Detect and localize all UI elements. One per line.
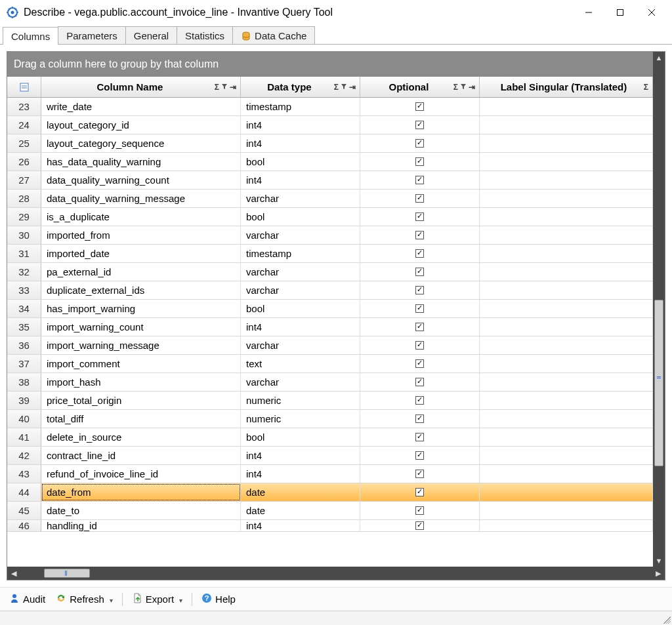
horizontal-scrollbar[interactable]: ◀ ▶ [7, 567, 665, 580]
cell-column-name[interactable]: pa_external_id [41, 263, 241, 281]
cell-data-type[interactable]: int4 [241, 116, 360, 134]
cell-data-type[interactable]: int4 [241, 171, 360, 189]
cell-data-type[interactable]: int4 [241, 520, 360, 531]
checkbox-checked-icon[interactable] [415, 341, 424, 350]
cell-data-type[interactable]: int4 [241, 318, 360, 336]
tab-statistics[interactable]: Statistics [177, 26, 233, 44]
cell-label-singular[interactable] [480, 190, 653, 207]
scroll-left-arrow[interactable]: ◀ [7, 567, 20, 580]
filter-icon[interactable] [341, 83, 347, 92]
checkbox-checked-icon[interactable] [415, 304, 424, 313]
cell-data-type[interactable]: bool [241, 208, 360, 226]
cell-label-singular[interactable] [480, 226, 653, 244]
cell-optional[interactable] [360, 428, 480, 446]
cell-optional[interactable] [360, 410, 480, 428]
export-button[interactable]: Export [128, 591, 186, 607]
maximize-button[interactable] [605, 3, 635, 22]
cell-label-singular[interactable] [480, 520, 653, 531]
cell-optional[interactable] [360, 483, 480, 501]
header-tools[interactable]: Σ ⇥ [334, 83, 356, 92]
table-row[interactable]: 46handling_idint4 [7, 520, 665, 532]
table-row[interactable]: 33duplicate_external_idsvarchar [7, 281, 665, 300]
dropdown-arrow-icon[interactable] [177, 594, 182, 605]
cell-optional[interactable] [360, 116, 480, 134]
row-number[interactable]: 40 [7, 410, 41, 428]
checkbox-checked-icon[interactable] [415, 521, 424, 530]
cell-optional[interactable] [360, 171, 480, 189]
table-row[interactable]: 36import_warning_messagevarchar [7, 336, 665, 355]
cell-column-name[interactable]: import_hash [41, 373, 241, 391]
table-row[interactable]: 31imported_datetimestamp [7, 245, 665, 263]
header-tools[interactable]: Σ [644, 83, 648, 92]
cell-optional[interactable] [360, 465, 480, 483]
table-row[interactable]: 27data_quality_warning_countint4 [7, 171, 665, 190]
audit-button[interactable]: Audit [5, 591, 49, 607]
checkbox-checked-icon[interactable] [415, 396, 424, 405]
checkbox-checked-icon[interactable] [415, 212, 424, 221]
cell-column-name[interactable]: data_quality_warning_count [41, 171, 241, 189]
cell-column-name[interactable]: price_total_origin [41, 392, 241, 409]
checkbox-checked-icon[interactable] [415, 433, 424, 441]
scroll-track[interactable] [653, 64, 665, 555]
filter-icon[interactable] [460, 83, 467, 92]
cell-optional[interactable] [360, 447, 480, 464]
tab-parameters[interactable]: Parameters [58, 26, 126, 44]
row-number[interactable]: 34 [7, 300, 41, 317]
header-data-type[interactable]: Data type Σ ⇥ [241, 77, 360, 97]
cell-optional[interactable] [360, 373, 480, 391]
sigma-icon[interactable]: Σ [334, 83, 339, 92]
row-number[interactable]: 41 [7, 428, 41, 446]
cell-data-type[interactable]: varchar [241, 263, 360, 281]
cell-label-singular[interactable] [480, 465, 653, 483]
cell-data-type[interactable]: date [241, 483, 360, 501]
cell-optional[interactable] [360, 153, 480, 171]
cell-label-singular[interactable] [480, 410, 653, 428]
row-number[interactable]: 31 [7, 245, 41, 262]
header-column-name[interactable]: Column Name Σ ⇥ [41, 77, 241, 97]
cell-label-singular[interactable] [480, 428, 653, 446]
cell-optional[interactable] [360, 318, 480, 336]
cell-optional[interactable] [360, 134, 480, 152]
table-row[interactable]: 42contract_line_idint4 [7, 447, 665, 465]
cell-optional[interactable] [360, 208, 480, 226]
cell-label-singular[interactable] [480, 281, 653, 299]
cell-column-name[interactable]: duplicate_external_ids [41, 281, 241, 299]
cell-column-name[interactable]: refund_of_invoice_line_id [41, 465, 241, 483]
cell-data-type[interactable]: timestamp [241, 98, 360, 115]
cell-column-name[interactable]: import_warning_message [41, 336, 241, 354]
cell-optional[interactable] [360, 98, 480, 115]
table-row[interactable]: 35import_warning_countint4 [7, 318, 665, 336]
row-number[interactable]: 37 [7, 355, 41, 373]
table-row[interactable]: 29is_a_duplicatebool [7, 208, 665, 226]
table-row[interactable]: 45date_todate [7, 502, 665, 520]
cell-label-singular[interactable] [480, 98, 653, 115]
cell-column-name[interactable]: import_warning_count [41, 318, 241, 336]
scroll-right-arrow[interactable]: ▶ [652, 567, 665, 580]
row-number[interactable]: 32 [7, 263, 41, 281]
cell-label-singular[interactable] [480, 483, 653, 501]
cell-optional[interactable] [360, 263, 480, 281]
checkbox-checked-icon[interactable] [415, 378, 424, 386]
checkbox-checked-icon[interactable] [415, 121, 424, 129]
grid-body[interactable]: 23write_datetimestamp24layout_category_i… [7, 98, 665, 567]
cell-data-type[interactable]: varchar [241, 226, 360, 244]
row-number[interactable]: 33 [7, 281, 41, 299]
minimize-button[interactable] [574, 3, 604, 22]
cell-data-type[interactable]: numeric [241, 392, 360, 409]
cell-column-name[interactable]: has_import_warning [41, 300, 241, 317]
table-row[interactable]: 37import_commenttext [7, 355, 665, 373]
cell-column-name[interactable]: contract_line_id [41, 447, 241, 464]
cell-label-singular[interactable] [480, 502, 653, 519]
cell-label-singular[interactable] [480, 208, 653, 226]
table-row[interactable]: 28data_quality_warning_messagevarchar [7, 190, 665, 208]
cell-data-type[interactable]: date [241, 502, 360, 519]
row-number[interactable]: 43 [7, 465, 41, 483]
sigma-icon[interactable]: Σ [644, 83, 648, 92]
row-number[interactable]: 45 [7, 502, 41, 519]
cell-label-singular[interactable] [480, 263, 653, 281]
pin-icon[interactable]: ⇥ [230, 83, 236, 92]
cell-data-type[interactable]: timestamp [241, 245, 360, 262]
tab-data-cache[interactable]: Data Cache [232, 26, 315, 44]
row-number[interactable]: 42 [7, 447, 41, 464]
cell-data-type[interactable]: varchar [241, 190, 360, 207]
